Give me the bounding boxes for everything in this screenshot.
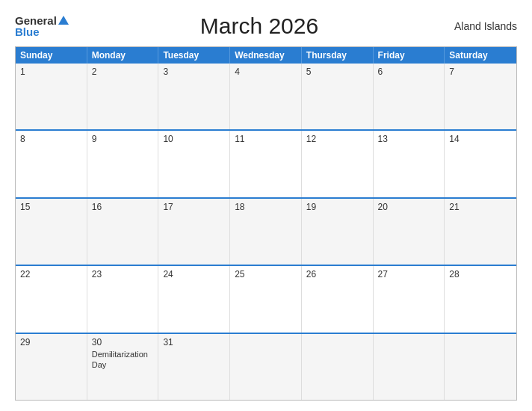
day-number: 31 — [163, 337, 225, 347]
calendar-cell: 27 — [374, 266, 445, 332]
page: General Blue March 2026 Aland Islands Su… — [0, 0, 532, 411]
calendar-week-5: 2930Demilitarization Day31 — [16, 333, 516, 400]
header-day-thursday: Thursday — [302, 47, 374, 64]
calendar-cell: 26 — [302, 266, 374, 332]
day-number: 1 — [20, 67, 82, 77]
day-number: 11 — [235, 134, 297, 144]
calendar-cell: 9 — [87, 131, 159, 197]
calendar-cell — [374, 334, 445, 400]
calendar-cell: 7 — [445, 64, 516, 129]
calendar-cell: 25 — [230, 266, 302, 332]
calendar-week-3: 15161718192021 — [16, 197, 516, 265]
calendar-cell: 10 — [158, 131, 230, 197]
calendar-body: 1234567891011121314151617181920212223242… — [16, 64, 516, 400]
calendar-cell: 28 — [445, 266, 516, 332]
calendar-cell — [445, 334, 516, 400]
day-number: 5 — [306, 67, 368, 77]
day-number: 27 — [378, 269, 440, 279]
day-number: 4 — [235, 67, 297, 77]
calendar-cell: 21 — [445, 199, 516, 265]
calendar-cell: 29 — [16, 334, 87, 400]
calendar: SundayMondayTuesdayWednesdayThursdayFrid… — [15, 46, 517, 401]
day-number: 13 — [378, 134, 440, 144]
day-number: 19 — [306, 202, 368, 212]
header: General Blue March 2026 Aland Islands — [15, 13, 517, 39]
calendar-cell: 2 — [87, 64, 159, 129]
region-label: Aland Islands — [450, 20, 517, 32]
calendar-cell: 4 — [230, 64, 302, 129]
calendar-cell: 22 — [16, 266, 87, 332]
header-day-friday: Friday — [374, 47, 445, 64]
day-number: 9 — [92, 134, 154, 144]
logo-general-text: General — [15, 15, 57, 26]
calendar-cell: 16 — [87, 199, 159, 265]
calendar-cell: 13 — [374, 131, 445, 197]
day-number: 20 — [378, 202, 440, 212]
calendar-cell: 11 — [230, 131, 302, 197]
day-number: 28 — [449, 269, 512, 279]
calendar-cell: 5 — [302, 64, 374, 129]
day-number: 12 — [306, 134, 368, 144]
logo-triangle-icon — [58, 16, 69, 25]
calendar-cell: 6 — [374, 64, 445, 129]
day-number: 15 — [20, 202, 82, 212]
day-number: 26 — [306, 269, 368, 279]
calendar-cell: 19 — [302, 199, 374, 265]
header-day-monday: Monday — [87, 47, 159, 64]
day-number: 25 — [235, 269, 297, 279]
day-number: 22 — [20, 269, 82, 279]
calendar-cell: 14 — [445, 131, 516, 197]
day-number: 2 — [92, 67, 154, 77]
calendar-cell: 15 — [16, 199, 87, 265]
calendar-week-1: 1234567 — [16, 64, 516, 129]
header-day-saturday: Saturday — [445, 47, 516, 64]
header-day-wednesday: Wednesday — [230, 47, 302, 64]
calendar-week-2: 891011121314 — [16, 129, 516, 197]
day-number: 18 — [235, 202, 297, 212]
day-number: 21 — [449, 202, 512, 212]
calendar-cell: 8 — [16, 131, 87, 197]
day-number: 7 — [449, 67, 512, 77]
day-number: 14 — [449, 134, 512, 144]
calendar-cell: 1 — [16, 64, 87, 129]
day-number: 10 — [163, 134, 225, 144]
calendar-week-4: 22232425262728 — [16, 265, 516, 332]
calendar-title: March 2026 — [69, 13, 450, 39]
day-number: 8 — [20, 134, 82, 144]
calendar-cell: 3 — [158, 64, 230, 129]
day-number: 29 — [20, 337, 82, 347]
calendar-cell — [302, 334, 374, 400]
calendar-cell: 17 — [158, 199, 230, 265]
logo-blue-text: Blue — [15, 26, 69, 37]
day-number: 30 — [92, 337, 154, 347]
event-label: Demilitarization Day — [92, 350, 148, 369]
calendar-cell — [230, 334, 302, 400]
calendar-cell: 20 — [374, 199, 445, 265]
calendar-cell: 23 — [87, 266, 159, 332]
calendar-cell: 18 — [230, 199, 302, 265]
calendar-cell: 30Demilitarization Day — [87, 334, 159, 400]
day-number: 16 — [92, 202, 154, 212]
day-number: 24 — [163, 269, 225, 279]
calendar-cell: 12 — [302, 131, 374, 197]
day-number: 17 — [163, 202, 225, 212]
calendar-header-row: SundayMondayTuesdayWednesdayThursdayFrid… — [16, 47, 516, 64]
header-day-tuesday: Tuesday — [158, 47, 230, 64]
day-number: 6 — [378, 67, 440, 77]
calendar-cell: 31 — [158, 334, 230, 400]
day-number: 23 — [92, 269, 154, 279]
header-day-sunday: Sunday — [16, 47, 87, 64]
calendar-cell: 24 — [158, 266, 230, 332]
logo: General Blue — [15, 15, 69, 37]
day-number: 3 — [163, 67, 225, 77]
